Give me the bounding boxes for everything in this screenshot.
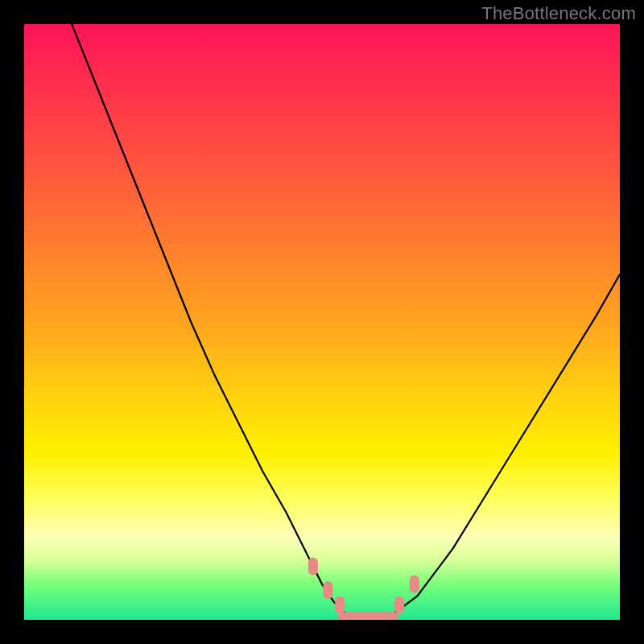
highlighted-points <box>308 557 419 613</box>
bottleneck-curve <box>72 24 620 620</box>
marker-point <box>308 557 318 575</box>
marker-point <box>410 576 419 593</box>
curve-layer <box>24 24 620 620</box>
marker-point <box>335 597 345 614</box>
chart-frame: TheBottleneck.com <box>0 0 644 644</box>
marker-point <box>323 581 332 599</box>
marker-point <box>394 597 404 614</box>
watermark-text: TheBottleneck.com <box>481 3 636 24</box>
plot-area <box>24 24 620 620</box>
